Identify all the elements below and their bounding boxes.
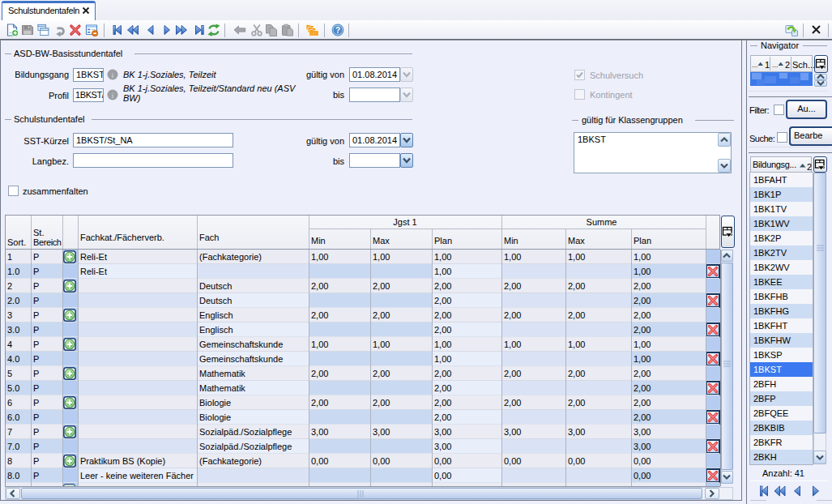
svg-text:2: 2 (785, 60, 790, 70)
svg-text:1: 1 (765, 60, 770, 70)
svg-text:2: 2 (807, 162, 812, 172)
svg-text:...: ... (772, 61, 779, 69)
svg-text:...: ... (752, 61, 758, 69)
svg-text:?: ? (335, 26, 340, 35)
